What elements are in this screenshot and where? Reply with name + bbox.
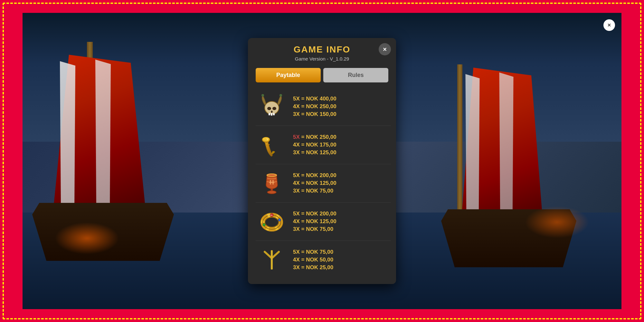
symbol-rune [256,245,288,274]
ship-sail-stripe1-right [464,74,481,216]
rune-icon [259,247,285,273]
pay-prefix: 3X = [293,111,306,117]
pay-prefix: 3X = [293,149,306,156]
pay-line-1: 5X = NOK 200,00 [293,172,336,179]
pay-prefix: 3X = [293,188,306,194]
pay-values-horns: 5X = NOK 400,00 4X = NOK 250,00 3X = NOK… [293,96,336,118]
pay-prefix: 5X = [293,211,306,217]
pay-value: NOK 75,00 [306,188,333,194]
paytable-item-golden-horn: 5X = NOK 250,00 4X = NOK 175,00 3X = NOK… [256,126,391,164]
pay-value: NOK 200,00 [306,172,336,178]
paytable-item-goblet: 5X = NOK 200,00 4X = NOK 125,00 3X = NOK… [256,164,391,203]
svg-point-6 [261,94,264,97]
outer-border: × GAME INFO Game Version - V_1.0.29 × Pa… [0,0,644,322]
svg-rect-13 [269,182,274,183]
svg-point-15 [267,191,276,194]
svg-point-24 [263,223,265,226]
pay-line-2: 4X = NOK 175,00 [293,142,336,148]
ship-sail-stripe1-left [58,61,77,209]
pay-line-3: 3X = NOK 25,00 [293,264,333,271]
pay-value: NOK 125,00 [306,149,336,156]
pay-line-1: 5X = NOK 250,00 [293,134,336,140]
tab-rules[interactable]: Rules [323,68,388,82]
pay-values-goblet: 5X = NOK 200,00 4X = NOK 125,00 3X = NOK… [293,172,336,194]
modal-close-button[interactable]: × [379,43,391,55]
ship-right [435,45,621,303]
pay-value: NOK 75,00 [306,249,333,255]
modal-version: Game Version - V_1.0.29 [256,56,388,62]
paytable-item-ring: 5X = NOK 200,00 4X = NOK 125,00 3X = NOK… [256,203,391,241]
ship-left [23,29,209,287]
pay-line-3: 3X = NOK 125,00 [293,149,336,156]
pay-line-2: 4X = NOK 50,00 [293,257,333,263]
pay-values-golden-horn: 5X = NOK 250,00 4X = NOK 175,00 3X = NOK… [293,134,336,156]
pay-value: NOK 125,00 [306,218,336,224]
svg-line-27 [272,252,279,258]
horns-icon [259,94,285,119]
pay-prefix: 3X = [293,226,306,232]
pay-line-3: 3X = NOK 75,00 [293,226,336,232]
svg-point-21 [265,217,279,227]
modal-title: GAME INFO [256,44,388,55]
svg-line-26 [265,252,272,258]
pay-line-3: 3X = NOK 75,00 [293,188,336,194]
pay-line-1: 5X = NOK 400,00 [293,96,336,102]
modal-header: GAME INFO Game Version - V_1.0.29 × [248,38,396,64]
pay-prefix: 5X = [293,249,306,255]
golden-horn-icon [259,132,285,158]
paytable-item-horns: 5X = NOK 400,00 4X = NOK 250,00 3X = NOK… [256,88,391,126]
pay-prefix: 4X = [293,257,306,263]
svg-point-2 [272,107,276,110]
pay-line-2: 4X = NOK 125,00 [293,218,336,225]
game-info-modal: GAME INFO Game Version - V_1.0.29 × Payt… [248,38,396,284]
pay-value: NOK 250,00 [306,134,336,140]
game-area: × GAME INFO Game Version - V_1.0.29 × Pa… [23,13,621,309]
symbol-horns [256,92,288,121]
pay-prefix: 5X = [293,96,306,102]
tab-row: Paytable Rules [248,64,396,82]
symbol-goblet [256,169,288,198]
svg-rect-4 [271,113,272,116]
pay-value: NOK 200,00 [306,211,336,217]
svg-point-7 [279,94,282,97]
pay-value: = [301,134,306,140]
pay-line-2: 4X = NOK 250,00 [293,103,336,110]
symbol-ring [256,207,288,236]
modal-body[interactable]: 5X = NOK 400,00 4X = NOK 250,00 3X = NOK… [248,82,396,284]
pay-values-ring: 5X = NOK 200,00 4X = NOK 125,00 3X = NOK… [293,211,336,232]
glow-right [525,206,589,238]
pay-value: NOK 400,00 [306,96,336,102]
paytable-item-rune: 5X = NOK 75,00 4X = NOK 50,00 3X = NOK 2… [256,241,391,279]
pay-strikethrough: 5X [293,134,300,140]
pay-value: NOK 75,00 [306,226,333,232]
pay-prefix: 4X = [293,103,306,109]
pay-line-1: 5X = NOK 75,00 [293,249,333,255]
ship-sail-stripe2-right [497,72,515,217]
pay-value: NOK 50,00 [306,257,333,263]
svg-point-1 [267,107,271,110]
goblet-icon [259,170,285,196]
svg-point-9 [262,137,270,141]
pay-line-1: 5X = NOK 200,00 [293,211,336,217]
ship-mast-right [457,64,462,232]
pay-prefix: 4X = [293,180,306,186]
symbol-golden-horn [256,130,288,159]
pay-value: NOK 250,00 [306,103,336,109]
glow-left [55,222,119,254]
pay-value: NOK 125,00 [306,180,336,186]
pay-value: NOK 175,00 [306,142,336,148]
pay-values-rune: 5X = NOK 75,00 4X = NOK 50,00 3X = NOK 2… [293,249,333,271]
pay-prefix: 4X = [293,218,306,224]
pay-prefix: 5X = [293,172,306,178]
pay-value: NOK 150,00 [306,111,336,117]
ring-icon [259,209,285,234]
pay-prefix: 3X = [293,264,306,270]
svg-rect-5 [273,113,275,115]
pay-line-2: 4X = NOK 125,00 [293,180,336,186]
svg-point-23 [278,219,281,221]
close-fullscreen-button[interactable]: × [603,19,615,31]
pay-line-3: 3X = NOK 150,00 [293,111,336,118]
svg-rect-28 [271,250,273,270]
tab-paytable[interactable]: Paytable [256,68,321,82]
svg-rect-3 [269,113,270,115]
